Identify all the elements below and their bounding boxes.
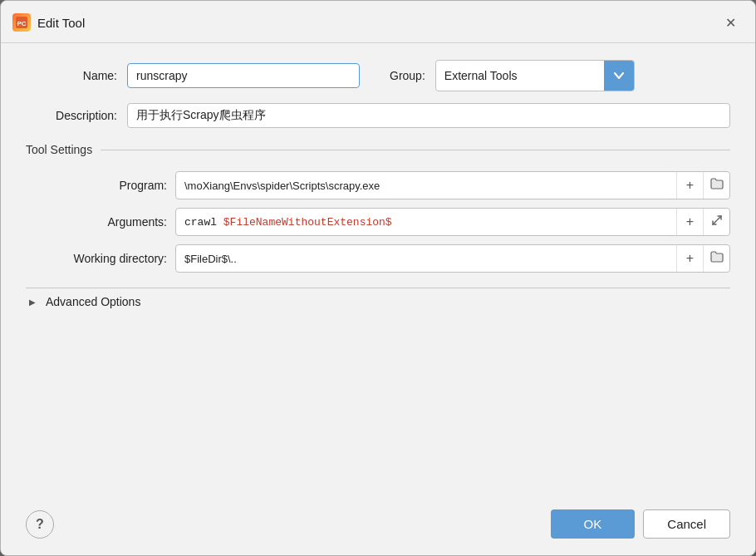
help-icon: ? (36, 517, 44, 532)
working-directory-row: Working directory: + (42, 244, 730, 273)
program-add-button[interactable]: + (676, 172, 703, 199)
expand-icon (711, 214, 723, 229)
working-directory-input-wrapper: + (175, 244, 730, 273)
help-button[interactable]: ? (26, 510, 54, 539)
name-label: Name: (26, 69, 117, 82)
arguments-plain: crawl (184, 216, 223, 229)
program-input-wrapper: + (175, 171, 730, 199)
advanced-options-triangle: ▶ (26, 295, 39, 308)
arguments-input-wrapper: crawl $FileNameWithoutExtension$ + (175, 208, 730, 236)
arguments-row: Arguments: crawl $FileNameWithoutExtensi… (42, 208, 730, 236)
close-icon: ✕ (725, 15, 736, 31)
name-input[interactable] (127, 63, 360, 88)
dialog-body: Name: Group: External Tools Description:… (1, 43, 755, 499)
plus-icon-args: + (686, 214, 694, 229)
svg-text:PC: PC (17, 20, 26, 27)
ok-button[interactable]: OK (551, 509, 636, 539)
description-input[interactable] (127, 103, 730, 128)
tool-settings-label: Tool Settings (26, 143, 92, 156)
arguments-label: Arguments: (42, 215, 167, 229)
close-button[interactable]: ✕ (719, 11, 742, 34)
footer-actions: OK Cancel (551, 509, 730, 539)
working-directory-label: Working directory: (42, 252, 167, 265)
folder-icon-wd (710, 251, 724, 266)
program-row: Program: + (42, 171, 730, 199)
folder-icon (710, 178, 724, 193)
plus-icon: + (686, 178, 694, 193)
working-dir-folder-button[interactable] (703, 245, 729, 272)
arguments-expand-button[interactable] (703, 209, 729, 235)
dialog-footer: ? OK Cancel (1, 499, 755, 555)
tool-settings-fields: Program: + A (26, 171, 730, 273)
working-dir-add-button[interactable]: + (676, 245, 703, 272)
tool-settings-section: Tool Settings (26, 143, 730, 156)
divider (101, 150, 730, 150)
name-group-row: Name: Group: External Tools (26, 60, 730, 91)
program-input[interactable] (176, 174, 676, 198)
advanced-options-row[interactable]: ▶ Advanced Options (26, 288, 730, 315)
program-folder-button[interactable] (703, 172, 729, 199)
edit-tool-dialog: PC Edit Tool ✕ Name: Group: External Too… (0, 0, 756, 556)
program-label: Program: (42, 179, 167, 192)
title-bar-left: PC Edit Tool (12, 13, 85, 32)
group-label: Group: (390, 69, 425, 82)
app-icon: PC (12, 13, 31, 32)
arguments-add-button[interactable]: + (676, 209, 703, 235)
arguments-display: crawl $FileNameWithoutExtension$ (176, 210, 676, 234)
group-dropdown-arrow[interactable] (604, 61, 634, 91)
group-select[interactable]: External Tools (435, 60, 635, 91)
title-bar: PC Edit Tool ✕ (1, 1, 755, 43)
arguments-var: $FileNameWithoutExtension$ (223, 216, 392, 229)
working-directory-input[interactable] (176, 247, 676, 271)
description-label: Description: (26, 109, 117, 122)
description-row: Description: (26, 103, 730, 128)
cancel-button[interactable]: Cancel (643, 509, 730, 539)
plus-icon-wd: + (686, 251, 694, 266)
advanced-options-label: Advanced Options (46, 295, 140, 308)
dialog-title: Edit Tool (37, 16, 85, 30)
group-select-value: External Tools (436, 64, 604, 87)
